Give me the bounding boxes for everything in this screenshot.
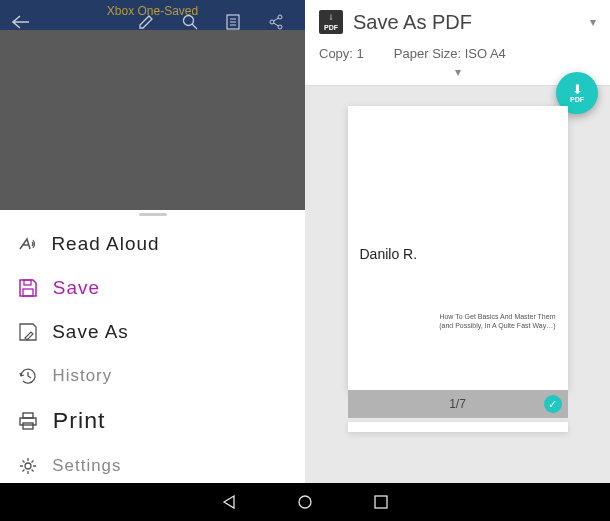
print-header: PDF Save As PDF ▾ Copy: 1 Paper Size: IS…	[305, 0, 610, 86]
menu-save[interactable]: Save	[0, 266, 305, 310]
copy-count[interactable]: Copy: 1	[319, 46, 364, 61]
page-indicator: 1/7	[449, 397, 466, 411]
save-icon	[14, 276, 42, 300]
print-panel: PDF Save As PDF ▾ Copy: 1 Paper Size: IS…	[305, 0, 610, 483]
page-subtitle: How To Get Basics And Master Them (and P…	[360, 312, 556, 330]
editor-header: Xbox One-Saved	[0, 0, 305, 30]
menu-read-aloud[interactable]: Read Aloud	[0, 222, 305, 266]
svg-rect-10	[23, 413, 33, 418]
expand-options-icon[interactable]: ▾	[319, 65, 596, 79]
menu-label: Save As	[52, 322, 129, 343]
svg-rect-9	[23, 289, 33, 296]
menu-label: Save	[53, 278, 100, 299]
nav-recent-icon[interactable]	[373, 494, 389, 510]
page-author: Danilo R.	[360, 246, 556, 262]
page-selected-check-icon[interactable]: ✓	[544, 395, 562, 413]
menu-list: Read Aloud Save Save As History	[0, 210, 305, 488]
android-navbar	[0, 483, 610, 521]
menu-settings[interactable]: Settings	[0, 444, 305, 488]
menu-label: Settings	[52, 457, 121, 475]
editor-panel: Xbox One-Saved	[0, 0, 305, 483]
menu-label: History	[53, 367, 113, 385]
page-indicator-bar: 1/7 ✓	[348, 390, 568, 418]
destination-row[interactable]: PDF Save As PDF ▾	[319, 10, 596, 34]
menu-label: Print	[53, 408, 106, 434]
view-icon[interactable]	[226, 14, 240, 30]
preview-area: Danilo R. How To Get Basics And Master T…	[305, 86, 610, 483]
menu-print[interactable]: Print	[0, 398, 305, 444]
pdf-badge-icon: PDF	[319, 10, 343, 34]
history-icon	[14, 364, 42, 388]
paper-size[interactable]: Paper Size: ISO A4	[394, 46, 506, 61]
fab-label: PDF	[570, 96, 584, 103]
settings-icon	[14, 454, 42, 478]
download-icon: ⬇	[572, 83, 583, 96]
page-preview[interactable]: Danilo R. How To Get Basics And Master T…	[348, 106, 568, 390]
print-icon	[14, 409, 42, 433]
editor-preview-area	[0, 30, 305, 210]
svg-point-14	[299, 496, 311, 508]
svg-rect-12	[23, 423, 33, 429]
nav-home-icon[interactable]	[297, 494, 313, 510]
menu-label: Read Aloud	[51, 234, 159, 255]
destination-title: Save As PDF	[353, 11, 472, 34]
drag-handle[interactable]	[139, 213, 167, 216]
options-row: Copy: 1 Paper Size: ISO A4	[319, 46, 596, 61]
save-as-icon	[14, 320, 42, 344]
share-icon[interactable]	[268, 14, 284, 30]
document-title: Xbox One-Saved	[107, 4, 198, 18]
svg-rect-15	[375, 496, 387, 508]
menu-history[interactable]: History	[0, 354, 305, 398]
back-icon[interactable]	[12, 15, 30, 29]
read-aloud-icon	[14, 232, 42, 256]
nav-back-icon[interactable]	[221, 494, 237, 510]
next-page-peek	[348, 422, 568, 432]
menu-save-as[interactable]: Save As	[0, 310, 305, 354]
chevron-down-icon[interactable]: ▾	[590, 15, 596, 29]
svg-point-13	[25, 463, 31, 469]
